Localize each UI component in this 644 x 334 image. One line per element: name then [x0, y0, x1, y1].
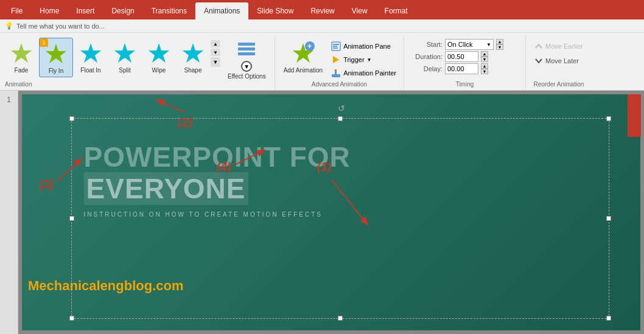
tab-animations[interactable]: Animations	[195, 2, 248, 19]
effect-options-label: Effect Options	[228, 73, 266, 80]
tab-design[interactable]: Design	[103, 2, 142, 19]
move-later-icon	[534, 57, 543, 65]
fade-icon	[9, 40, 34, 66]
handle-bc[interactable]	[338, 316, 343, 321]
move-later-button[interactable]: Move Later	[531, 55, 587, 67]
duration-spin-down[interactable]: ▼	[481, 57, 488, 62]
svg-line-22	[158, 100, 184, 112]
advanced-animation-group: + Add Animation Animation Pane	[275, 35, 404, 90]
svg-rect-14	[333, 46, 337, 47]
watermark: Mechanicalengblog.com	[28, 278, 184, 294]
duration-input[interactable]	[445, 51, 478, 62]
flyin-label: Fly In	[49, 68, 63, 74]
slide-canvas[interactable]: ↺ POWERPOINT FOR EVERYONE INSTRUCTION ON…	[22, 94, 640, 330]
duration-spin-up[interactable]: ▲	[481, 51, 488, 57]
tab-format[interactable]: Format	[376, 2, 416, 19]
anim-split-button[interactable]: Split	[108, 38, 141, 76]
scroll-up-button[interactable]: ▲	[211, 40, 220, 47]
handle-bl[interactable]	[69, 316, 74, 321]
effect-options-button[interactable]: ▼ Effect Options	[224, 35, 270, 82]
effect-options-icon	[236, 38, 257, 60]
timing-duration-row: Duration: ▲ ▼	[409, 51, 520, 62]
anim-flyin-button[interactable]: 1 Fly In	[39, 38, 73, 77]
handle-tl[interactable]	[69, 116, 74, 121]
scroll-dropdown-button[interactable]: ▼	[211, 57, 220, 67]
svg-rect-13	[333, 44, 339, 45]
add-animation-label: Add Animation	[284, 67, 323, 74]
anim-badge: 1	[40, 38, 48, 47]
lightbulb-icon: 💡	[5, 22, 13, 30]
start-dropdown[interactable]: On Click ▼	[445, 39, 494, 50]
svg-rect-18	[335, 69, 337, 74]
animation-painter-button[interactable]: Animation Painter	[329, 67, 399, 79]
timing-start-row: Start: On Click ▼ ▲ ▼	[409, 39, 520, 50]
svg-text:(2): (2)	[178, 116, 193, 129]
slide-title-line2: EVERYONE	[84, 172, 248, 205]
scroll-down-button[interactable]: ▼	[211, 49, 220, 56]
add-animation-button[interactable]: + Add Animation	[280, 38, 327, 76]
animation-items: Fade 1 Fly In Float In	[5, 35, 209, 77]
animation-pane-button[interactable]: Animation Pane	[329, 40, 399, 52]
wipe-icon	[146, 40, 172, 66]
tab-view[interactable]: View	[343, 2, 376, 19]
advanced-items: + Add Animation Animation Pane	[280, 38, 399, 79]
timing-delay-row: Delay: ▲ ▼	[409, 63, 520, 74]
red-accent	[628, 94, 641, 137]
start-spin-up[interactable]: ▲	[496, 39, 503, 44]
svg-line-24	[57, 159, 81, 182]
floatin-icon	[78, 40, 103, 66]
anim-wipe-button[interactable]: Wipe	[142, 38, 175, 76]
shape-icon	[180, 40, 206, 66]
svg-marker-3	[114, 43, 135, 63]
animation-painter-icon	[331, 68, 341, 78]
slide-container: 1 ↺ POWERPOINT FOR EVERYONE INSTRUCTION …	[0, 91, 644, 334]
start-spin-down[interactable]: ▼	[496, 44, 503, 50]
effect-dropdown-circle[interactable]: ▼	[241, 61, 252, 72]
search-bar: 💡 Tell me what you want to do...	[0, 19, 644, 33]
svg-rect-8	[238, 52, 255, 55]
tab-home[interactable]: Home	[31, 2, 68, 19]
anim-shape-button[interactable]: Shape	[177, 38, 209, 76]
trigger-dropdown-icon: ▼	[367, 57, 372, 63]
delay-input[interactable]	[445, 63, 478, 74]
split-icon	[112, 40, 138, 66]
svg-rect-15	[333, 47, 338, 49]
handle-tr[interactable]	[606, 116, 611, 121]
delay-spin-down[interactable]: ▼	[481, 69, 488, 74]
delay-spin-up[interactable]: ▲	[481, 63, 488, 69]
delay-label: Delay:	[409, 65, 443, 72]
anim-fade-button[interactable]: Fade	[5, 38, 38, 76]
reorder-items: Move Earlier Move Later	[531, 38, 587, 67]
handle-ml[interactable]	[69, 216, 74, 221]
handle-rotate[interactable]: ↺	[338, 103, 343, 108]
tab-file[interactable]: File	[2, 2, 31, 19]
fade-label: Fade	[15, 67, 29, 74]
tab-slideshow[interactable]: Slide Show	[248, 2, 302, 19]
tab-insert[interactable]: Insert	[68, 2, 103, 19]
svg-rect-17	[332, 74, 340, 77]
svg-marker-0	[11, 43, 32, 63]
handle-mr[interactable]	[606, 216, 611, 221]
svg-text:+: +	[307, 42, 312, 50]
svg-marker-1	[46, 44, 66, 63]
animation-group: Fade 1 Fly In Float In	[0, 35, 275, 90]
delay-spinner: ▲ ▼	[481, 63, 488, 74]
move-earlier-button[interactable]: Move Earlier	[531, 40, 587, 52]
timing-rows: Start: On Click ▼ ▲ ▼ Duration: ▲ ▼	[409, 38, 520, 74]
slide-subtitle: INSTRUCTION ON HOW TO CREATE MOTION EFFE…	[84, 211, 591, 218]
trigger-label: Trigger	[343, 56, 364, 63]
reorder-group: Move Earlier Move Later Reorder Animatio…	[526, 35, 592, 90]
tab-transitions[interactable]: Transitions	[143, 2, 195, 19]
tab-review[interactable]: Review	[302, 2, 343, 19]
ribbon-content: Fade 1 Fly In Float In	[0, 33, 644, 91]
handle-tc[interactable]	[338, 116, 343, 121]
trigger-button[interactable]: Trigger ▼	[329, 54, 399, 66]
svg-marker-2	[80, 43, 101, 63]
handle-br[interactable]	[606, 316, 611, 321]
slide-text-box: POWERPOINT FOR EVERYONE INSTRUCTION ON H…	[84, 142, 591, 218]
start-dropdown-arrow: ▼	[486, 42, 491, 47]
anim-floatin-button[interactable]: Float In	[74, 38, 107, 76]
animation-group-label: Animation	[5, 81, 32, 88]
ribbon: File Home Insert Design Transitions Anim…	[0, 0, 644, 19]
duration-label: Duration:	[409, 53, 443, 60]
